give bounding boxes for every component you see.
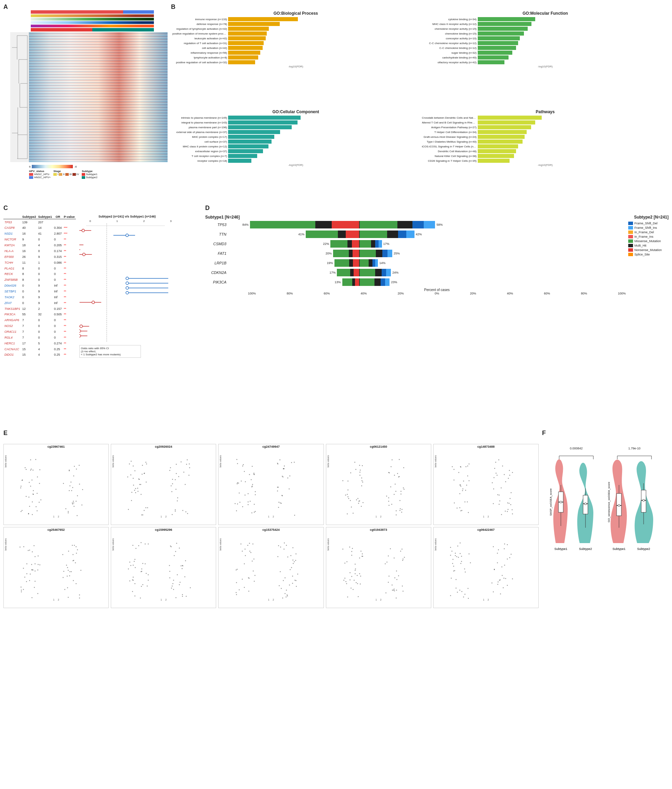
scatter-dot (507, 585, 508, 586)
scatter-dot (237, 482, 238, 483)
scatter-dot (284, 542, 285, 543)
scatter-xaxis: 1 2 (161, 515, 167, 518)
scatter-dot (394, 494, 395, 495)
go-cc-chart: GO:Cellular Component intrinsic to plasm… (171, 103, 419, 202)
scatter-dot (356, 499, 357, 500)
scatter-dot (242, 551, 243, 552)
scatter-dot (455, 553, 456, 554)
onco-right-bar-container: 58% (360, 221, 490, 228)
senes-xlabel2: Subtype2 (637, 547, 650, 551)
gene-name: ZNF585B (3, 277, 21, 283)
scatter-dot (37, 493, 38, 494)
scatter-dot (173, 589, 174, 590)
scatter-dot (492, 583, 492, 583)
mut-swatch (628, 235, 633, 238)
scatter-dot (385, 593, 386, 593)
scatter-dot (279, 585, 280, 586)
onco-gene-row: TP5384%58% (205, 221, 669, 228)
scatter-dot (507, 511, 508, 512)
onco-left-bar-container: 17% (229, 269, 359, 276)
scatter-dot (493, 591, 494, 593)
scatter-dot (145, 563, 146, 564)
scatter-dot (182, 596, 183, 597)
scatter-dot (255, 494, 256, 495)
scatter-title: cg24749947 (219, 444, 323, 448)
table-row: DiDO1 15 4 0.25 ** (3, 352, 76, 358)
scatter-dot (388, 556, 389, 556)
scatter-dot (135, 567, 136, 568)
scatter-cg01943873: cg01943873 beta values 1 2 (326, 527, 431, 608)
scatter-dot (391, 585, 393, 586)
scale-max: 6 (29, 165, 30, 168)
scatter-canvas: beta values 1 2 (111, 448, 216, 519)
scatter-dot (186, 596, 187, 597)
scatter-dot (291, 555, 291, 556)
heatmap-body (10, 32, 168, 162)
scatter-dot (179, 548, 180, 549)
bar-label: T cell receptor complex (n=7) (172, 155, 227, 158)
scatter-dot (237, 503, 238, 505)
bar-label: external side of plasma membrane (n=37) (172, 131, 227, 134)
scatter-dot (359, 557, 360, 559)
scatter-dot (398, 476, 399, 478)
gene-name: PLAG1 (3, 265, 21, 271)
stage-bar (31, 14, 154, 17)
scatter-dot (505, 578, 506, 579)
onco-s1-bar (333, 250, 359, 257)
scatter-dot (134, 561, 135, 562)
scatter-dot (346, 561, 348, 562)
scatter-dot (345, 581, 346, 582)
scatter-dot (67, 587, 68, 588)
bar-fill (478, 139, 522, 144)
go-mf-bars: cytokine binding (n=34)MHC class II rece… (422, 17, 669, 64)
scatter-dot (133, 565, 134, 566)
scatter-dot (284, 468, 284, 469)
scatter-dot (24, 577, 25, 578)
scatter-dot (460, 486, 461, 487)
tstage-bar (31, 18, 154, 21)
scatter-dot (362, 482, 363, 482)
scatter-dot (278, 502, 279, 503)
scatter-dot (351, 551, 352, 552)
bar-row: plasma membrane part (n=196) (172, 125, 419, 129)
scatter-dot (170, 467, 171, 468)
scatter-dot (29, 482, 30, 483)
scatter-dot (148, 543, 149, 545)
bar-fill (478, 32, 524, 35)
bar-fill (228, 60, 255, 64)
scatter-dot (294, 515, 295, 516)
scatter-cg25467652: cg25467652 beta values 1 2 (3, 527, 109, 608)
scatter-dot (348, 498, 349, 499)
scatter-dot (29, 549, 30, 551)
fp-legend-line2: (1=no effect, (81, 350, 139, 353)
scatter-yaxis: beta values (434, 538, 437, 551)
scatter-dot (511, 554, 512, 555)
s1-count: 1 (37, 260, 53, 265)
gene-name: TP53 (3, 219, 21, 225)
scatter-dot (292, 559, 294, 561)
scatter-dot (349, 546, 350, 548)
s2-count: 15 (21, 346, 37, 352)
scatter-dot (460, 563, 461, 564)
scatter-dot (458, 472, 459, 473)
sasp-violin-svg: SASP_ssGSEA_score Subtype1 Subtype2 (549, 451, 603, 553)
stage-legend-items: I II III IV (53, 173, 79, 176)
scatter-dot (386, 562, 388, 562)
pathways-title: Pathways (422, 109, 669, 114)
scatter-dot (396, 510, 397, 511)
mut-label: Frame_Shift_Ins (634, 226, 657, 230)
main-container: A (0, 0, 672, 613)
scatter-dot (361, 485, 362, 486)
s1-count: 0 (37, 323, 53, 329)
bar-row: external side of plasma membrane (n=37) (172, 130, 419, 134)
scatter-dot (39, 564, 40, 565)
gene-name: ARHGAP6 (3, 317, 21, 323)
scatter-dot (254, 474, 255, 475)
scatter-dot (454, 570, 455, 571)
scatter-dot (178, 476, 179, 477)
scatter-title: cg25467652 (4, 527, 109, 532)
scatter-dot (26, 581, 27, 582)
mut-label: In_Frame_Ins (634, 235, 653, 238)
scatter-dot (354, 573, 356, 574)
scatter-dot (29, 506, 30, 507)
